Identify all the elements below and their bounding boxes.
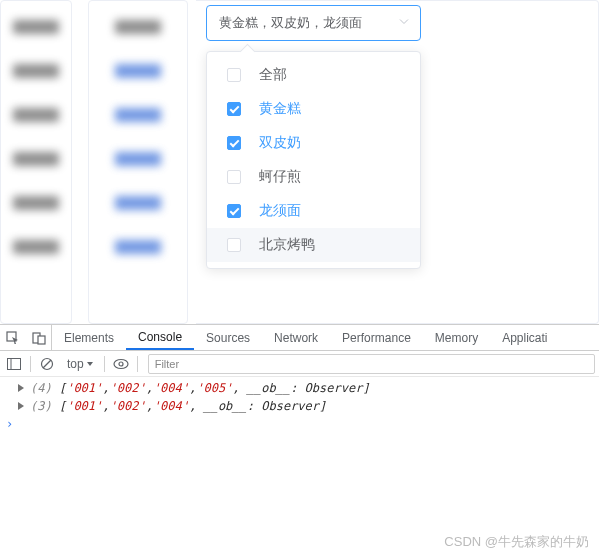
option-label: 北京烤鸭 <box>259 236 315 254</box>
option-label: 黄金糕 <box>259 100 301 118</box>
option-label: 全部 <box>259 66 287 84</box>
devtools-tab-network[interactable]: Network <box>262 325 330 350</box>
inspect-icon[interactable] <box>0 325 26 350</box>
option-label: 双皮奶 <box>259 134 301 152</box>
svg-point-7 <box>114 359 128 368</box>
svg-rect-3 <box>8 358 21 369</box>
console-output: (4) ['001', '002', '004', '005', __ob__:… <box>0 377 599 433</box>
table-col-2 <box>88 0 188 324</box>
checkbox-icon <box>227 204 241 218</box>
select-option[interactable]: 全部 <box>207 58 420 92</box>
svg-point-8 <box>119 362 123 366</box>
checkbox-icon <box>227 170 241 184</box>
select-option[interactable]: 黄金糕 <box>207 92 420 126</box>
device-toggle-icon[interactable] <box>26 325 52 350</box>
devtools-tab-memory[interactable]: Memory <box>423 325 490 350</box>
checkbox-icon <box>227 102 241 116</box>
svg-line-6 <box>43 360 51 368</box>
option-label: 龙须面 <box>259 202 301 220</box>
select-option[interactable]: 双皮奶 <box>207 126 420 160</box>
clear-console-icon[interactable] <box>37 354 57 374</box>
context-selector[interactable]: top <box>63 357 98 371</box>
checkbox-icon <box>227 238 241 252</box>
checkbox-icon <box>227 136 241 150</box>
chevron-down-icon <box>398 16 410 31</box>
console-prompt[interactable]: › <box>0 415 599 433</box>
svg-rect-2 <box>38 336 45 344</box>
option-label: 蚵仔煎 <box>259 168 301 186</box>
devtools-tab-console[interactable]: Console <box>126 325 194 350</box>
live-expression-icon[interactable] <box>111 354 131 374</box>
table-col-1 <box>0 0 72 324</box>
devtools-tab-applicati[interactable]: Applicati <box>490 325 559 350</box>
select-dropdown: 全部黄金糕双皮奶蚵仔煎龙须面北京烤鸭 <box>206 51 421 269</box>
devtools-tab-sources[interactable]: Sources <box>194 325 262 350</box>
filter-input[interactable]: Filter <box>148 354 595 374</box>
devtools-tabbar: ElementsConsoleSourcesNetworkPerformance… <box>0 325 599 351</box>
select-value: 黄金糕，双皮奶，龙须面 <box>219 14 362 32</box>
multi-select-input[interactable]: 黄金糕，双皮奶，龙须面 <box>206 5 421 41</box>
select-option[interactable]: 蚵仔煎 <box>207 160 420 194</box>
console-log-line[interactable]: (4) ['001', '002', '004', '005', __ob__:… <box>0 379 599 397</box>
select-option[interactable]: 龙须面 <box>207 194 420 228</box>
checkbox-icon <box>227 68 241 82</box>
watermark: CSDN @牛先森家的牛奶 <box>444 533 589 551</box>
console-log-line[interactable]: (3) ['001', '002', '004', __ob__: Observ… <box>0 397 599 415</box>
select-option[interactable]: 北京烤鸭 <box>207 228 420 262</box>
sidebar-toggle-icon[interactable] <box>4 354 24 374</box>
devtools-panel: ElementsConsoleSourcesNetworkPerformance… <box>0 324 599 557</box>
devtools-tab-elements[interactable]: Elements <box>52 325 126 350</box>
console-toolbar: top Filter <box>0 351 599 377</box>
devtools-tab-performance[interactable]: Performance <box>330 325 423 350</box>
